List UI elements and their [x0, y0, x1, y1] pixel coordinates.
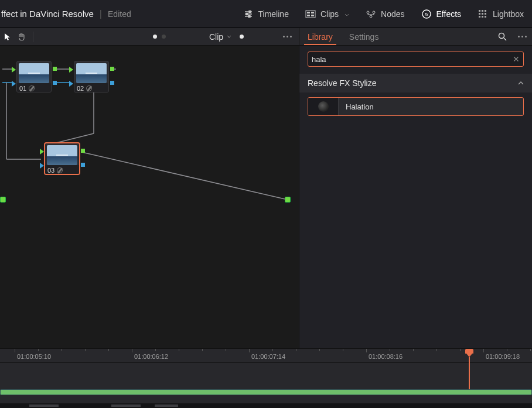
svg-rect-20 [482, 13, 483, 15]
grid-icon [478, 9, 488, 19]
svg-rect-8 [311, 12, 314, 13]
playhead-line [469, 357, 470, 394]
edited-status: Edited [108, 9, 131, 19]
chevron-down-icon [227, 35, 231, 39]
pointer-tool[interactable] [2, 32, 13, 42]
canvas-more-button[interactable] [275, 36, 299, 37]
node-number: 03 [47, 167, 54, 174]
tab-settings[interactable]: Settings [341, 28, 387, 45]
lightbox-button[interactable]: Lightbox [469, 0, 532, 28]
node-port[interactable] [53, 81, 57, 85]
svg-point-11 [367, 11, 369, 13]
node-thumbnail [76, 63, 107, 83]
svg-line-35 [56, 133, 94, 143]
chevron-down-icon [345, 9, 349, 19]
clip-track[interactable] [0, 389, 532, 395]
node-badge-icon [86, 85, 92, 91]
clear-search-button[interactable]: ✕ [513, 54, 520, 64]
node-toolbar: Clip Library Settings [0, 28, 532, 46]
svg-rect-24 [485, 16, 486, 18]
node-badge-icon [29, 85, 35, 91]
nodes-button[interactable]: Nodes [357, 0, 412, 28]
timeline-button[interactable]: Timeline [235, 0, 297, 28]
color-node-02[interactable]: 02 [74, 61, 109, 92]
fx-preview-icon [308, 98, 339, 115]
graph-input-green[interactable] [0, 197, 6, 203]
node-port[interactable] [12, 81, 16, 87]
svg-rect-9 [307, 15, 310, 16]
effects-panel: ✕ Resolve FX Stylize Halation [299, 46, 532, 348]
timecode-label: 01:00:08:16 [369, 353, 403, 360]
svg-point-12 [373, 11, 375, 13]
nodes-button-label: Nodes [381, 9, 404, 19]
window-title: ffect in DaVinci Resolve [0, 9, 94, 19]
app-titlebar: ffect in DaVinci Resolve | Edited Timeli… [0, 0, 532, 28]
node-port[interactable] [81, 149, 85, 153]
more-icon [283, 36, 292, 37]
node-port[interactable] [69, 81, 73, 87]
clips-dropdown[interactable]: Clips [297, 0, 357, 28]
node-port[interactable] [40, 163, 44, 169]
fx-item-name: Halation [339, 102, 381, 111]
node-port[interactable] [110, 67, 114, 71]
svg-rect-4 [246, 13, 248, 15]
timeline-button-label: Timeline [258, 9, 289, 19]
fx-category-header[interactable]: Resolve FX Stylize [299, 74, 532, 92]
node-port[interactable] [53, 67, 57, 71]
node-number: 02 [77, 85, 84, 92]
chevron-up-icon [518, 81, 524, 85]
panel-search-button[interactable] [492, 28, 512, 45]
svg-rect-16 [479, 10, 480, 12]
svg-rect-23 [482, 16, 483, 18]
svg-rect-19 [479, 13, 480, 15]
node-port[interactable] [12, 67, 16, 73]
color-node-03[interactable]: 03 [45, 143, 80, 174]
more-icon [518, 36, 527, 37]
search-icon [498, 32, 507, 41]
graph-output-green[interactable] [285, 197, 291, 203]
svg-line-36 [82, 152, 285, 199]
svg-rect-22 [479, 16, 480, 18]
timecode-label: 01:00:09:18 [486, 353, 520, 360]
node-port[interactable] [40, 149, 44, 155]
timeline[interactable]: 01:00:05:1001:00:06:1201:00:07:1401:00:0… [0, 348, 532, 408]
svg-rect-21 [485, 13, 486, 15]
playhead[interactable] [465, 349, 473, 357]
svg-rect-3 [249, 11, 251, 12]
tab-library[interactable]: Library [299, 28, 341, 45]
node-graph-canvas[interactable]: 01 02 03 [0, 46, 299, 348]
node-thumbnail [47, 145, 77, 165]
node-port[interactable] [110, 81, 114, 85]
timeline-ruler[interactable]: 01:00:05:1001:00:06:1201:00:07:1401:00:0… [0, 349, 532, 363]
svg-text:fx: fx [424, 12, 428, 17]
svg-rect-18 [485, 10, 486, 12]
clip-scope-dropdown[interactable]: Clip [209, 32, 244, 42]
svg-rect-6 [306, 11, 315, 18]
node-pager[interactable] [153, 35, 166, 39]
node-thumbnail [19, 63, 49, 83]
effects-icon: fx [421, 9, 432, 19]
node-number: 01 [19, 85, 26, 92]
timecode-label: 01:00:07:14 [251, 353, 285, 360]
effects-search-box[interactable]: ✕ [308, 52, 524, 67]
svg-rect-10 [311, 15, 314, 16]
node-port[interactable] [81, 163, 85, 167]
timecode-label: 01:00:06:12 [134, 353, 168, 360]
nodes-icon [366, 9, 376, 19]
svg-point-13 [370, 15, 372, 18]
fx-item[interactable]: Halation [308, 97, 524, 116]
color-node-01[interactable]: 01 [16, 61, 52, 92]
timeline-footer [0, 403, 532, 408]
sliders-icon [243, 9, 254, 19]
node-badge-icon [57, 167, 63, 173]
clips-icon [305, 9, 316, 19]
effects-search-input[interactable] [312, 55, 513, 64]
effects-button[interactable]: fx Effects [413, 0, 470, 28]
panel-more-button[interactable] [512, 28, 532, 45]
clips-dropdown-label: Clips [320, 9, 339, 19]
node-port[interactable] [69, 67, 73, 73]
hand-tool[interactable] [16, 32, 27, 42]
timecode-label: 01:00:05:10 [17, 353, 51, 360]
svg-point-25 [499, 33, 504, 39]
svg-rect-7 [307, 12, 310, 13]
